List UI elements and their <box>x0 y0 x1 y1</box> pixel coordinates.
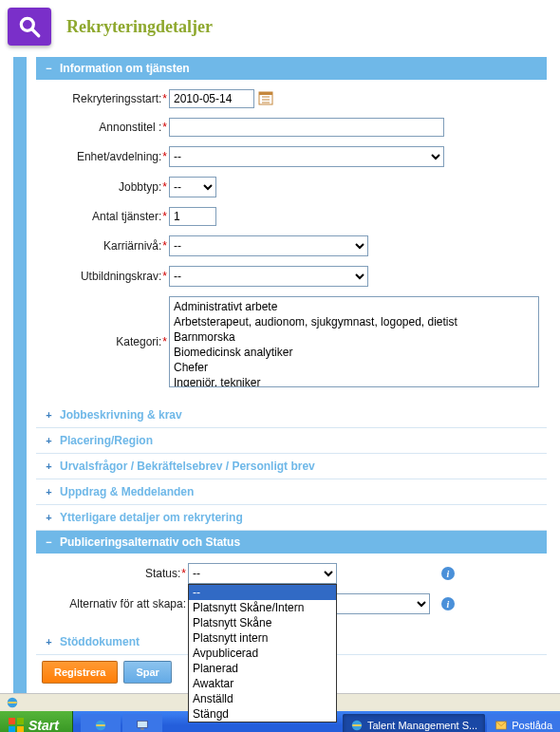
list-item[interactable]: -- <box>189 585 336 600</box>
svg-rect-14 <box>140 728 144 730</box>
status-select[interactable]: -- <box>188 563 337 584</box>
list-item[interactable]: Chefer <box>172 360 536 375</box>
label-alternativ: Alternativ för att skapa: <box>44 597 188 610</box>
svg-rect-3 <box>259 92 272 95</box>
section-header-publicering[interactable]: − Publiceringsalternativ och Status <box>36 531 547 554</box>
list-item[interactable]: Administrativt arbete <box>172 299 536 314</box>
expand-icon: + <box>44 461 54 472</box>
collapse-icon: − <box>44 64 54 74</box>
desktop-icon <box>136 719 149 732</box>
kategori-listbox[interactable]: Administrativt arbete Arbetsterapeut, au… <box>169 296 539 387</box>
info-icon[interactable]: i <box>441 597 455 610</box>
label-antal: Antal tjänster:* <box>44 210 169 223</box>
collapse-icon: − <box>44 537 54 548</box>
section-title: Information om tjänsten <box>60 62 190 75</box>
section-header-information[interactable]: − Information om tjänsten <box>36 57 547 80</box>
list-item[interactable]: Ingenjör, tekniker <box>172 375 536 387</box>
list-item[interactable]: Planerad <box>189 661 336 676</box>
windows-logo-icon <box>8 717 25 732</box>
enhet-select[interactable]: -- <box>169 146 444 167</box>
section-jobbeskrivning[interactable]: + Jobbeskrivning & krav <box>36 403 547 428</box>
svg-rect-8 <box>9 718 15 724</box>
list-item[interactable]: Platsnytt Skåne/Intern <box>189 600 336 615</box>
list-item[interactable]: Stängd <box>189 706 336 722</box>
spara-button[interactable]: Spar <box>123 661 171 684</box>
section-body-information: Rekryteringsstart:* Annonstitel :* <box>36 80 547 403</box>
info-icon[interactable]: i <box>441 567 455 580</box>
antal-input[interactable] <box>169 207 216 226</box>
taskbar-label: Talent Management S... <box>367 720 477 731</box>
section-title: Placering/Region <box>60 434 153 447</box>
list-item[interactable]: Platsnytt Skåne <box>189 615 336 630</box>
list-item[interactable]: Platsnytt intern <box>189 630 336 646</box>
svg-rect-13 <box>138 721 148 727</box>
expand-icon: + <box>44 410 54 421</box>
utbildning-select[interactable]: -- <box>169 266 368 287</box>
expand-icon: + <box>44 487 54 497</box>
section-title: Urvalsfrågor / Bekräftelsebrev / Personl… <box>60 460 315 473</box>
label-kategori: Kategori:* <box>44 335 169 348</box>
calendar-icon[interactable] <box>258 90 273 108</box>
annonstitel-input[interactable] <box>169 118 444 137</box>
section-placering[interactable]: + Placering/Region <box>36 428 547 454</box>
label-karriar: Karriärnivå:* <box>44 239 169 253</box>
label-status: Status:* <box>44 567 188 580</box>
svg-rect-10 <box>9 726 15 732</box>
quicklaunch-desktop[interactable] <box>122 714 162 732</box>
expand-icon: + <box>44 436 54 446</box>
jobbtyp-select[interactable]: -- <box>169 177 216 197</box>
ie-icon <box>94 719 107 732</box>
list-item[interactable]: Awaktar <box>189 676 336 691</box>
section-body-publicering: Status:* -- -- Platsnytt Skåne/Intern Pl… <box>36 554 547 629</box>
label-utbildning: Utbildningskrav:* <box>44 270 169 283</box>
section-uppdrag[interactable]: + Uppdrag & Meddelanden <box>36 479 547 505</box>
section-title: Ytterligare detaljer om rekrytering <box>60 511 243 524</box>
svg-rect-9 <box>17 718 24 724</box>
list-item[interactable]: Anställd <box>189 691 336 706</box>
section-title: Stöddokument <box>60 635 140 648</box>
section-title: Uppdrag & Meddelanden <box>60 485 194 498</box>
list-item[interactable]: Biomedicinsk analytiker <box>172 345 536 360</box>
section-urval[interactable]: + Urvalsfrågor / Bekräftelsebrev / Perso… <box>36 454 547 479</box>
start-button[interactable]: Start <box>0 711 73 732</box>
taskbar-label: Postlåda <box>512 720 552 731</box>
registrera-button[interactable]: Registrera <box>42 661 118 684</box>
page-title: Rekryteringdetaljer <box>66 17 213 37</box>
label-annonstitel: Annonstitel :* <box>44 121 169 134</box>
ie-icon <box>350 719 364 732</box>
rekryteringsstart-input[interactable] <box>169 89 254 108</box>
label-rekryteringsstart: Rekryteringsstart:* <box>44 92 169 105</box>
svg-rect-11 <box>17 726 24 732</box>
list-item[interactable]: Barnmorska <box>172 329 536 345</box>
section-title: Publiceringsalternativ och Status <box>60 535 240 549</box>
section-ytterligare[interactable]: + Ytterligare detaljer om rekrytering <box>36 505 547 531</box>
search-icon <box>8 8 51 46</box>
expand-icon: + <box>44 513 54 523</box>
karriar-select[interactable]: -- <box>169 235 368 256</box>
expand-icon: + <box>44 637 54 648</box>
left-nav-bar <box>13 57 27 693</box>
label-enhet: Enhet/avdelning:* <box>44 150 169 163</box>
quicklaunch-ie[interactable] <box>81 714 121 732</box>
svg-line-1 <box>32 29 39 36</box>
status-dropdown-list[interactable]: -- Platsnytt Skåne/Intern Platsnytt Skån… <box>188 584 337 723</box>
list-item[interactable]: Arbetsterapeut, audionom, sjukgymnast, l… <box>172 314 536 329</box>
list-item[interactable]: Avpublicerad <box>189 646 336 661</box>
taskbar-item-talent[interactable]: Talent Management S... <box>343 714 485 732</box>
taskbar-item-postlada[interactable]: Postlåda <box>487 714 560 732</box>
ie-icon <box>6 696 19 709</box>
mail-icon <box>495 719 508 732</box>
start-label: Start <box>28 718 59 732</box>
section-title: Jobbeskrivning & krav <box>60 408 182 422</box>
label-jobbtyp: Jobbtyp:* <box>44 180 169 194</box>
